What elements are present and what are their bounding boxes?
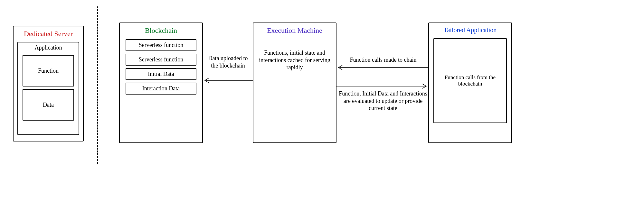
dedicated-server-title: Dedicated Server [14,26,83,40]
blockchain-item: Serverless function [126,54,196,66]
function-box: Function [23,55,74,86]
application-label: Application [18,42,79,52]
vertical-divider [97,6,98,164]
arrow-exec-to-blockchain [203,77,253,84]
tailored-app-body-box: Function calls from the blockchain [433,38,507,123]
blockchain-item: Initial Data [126,68,196,80]
dedicated-server-box: Dedicated Server Application Function Da… [13,26,84,141]
arrow-label-evaluated: Function, Initial Data and Interactions … [339,90,427,112]
execution-machine-body: Functions, initial state and interaction… [253,49,336,71]
blockchain-item: Serverless function [126,39,196,51]
blockchain-title: Blockchain [120,23,202,37]
execution-machine-title: Execution Machine [253,23,336,36]
arrow-exec-to-app [336,83,428,89]
blockchain-item: Interaction Data [126,83,196,95]
tailored-app-title: Tailored Application [429,23,511,36]
arrow-app-to-exec [336,64,428,71]
blockchain-box: Blockchain Serverless function Serverles… [119,23,203,143]
application-box: Application Function Data [17,42,79,135]
arrow-label-calls-to-chain: Function calls made to chain [340,56,427,64]
arrow-label-data-uploaded: Data uploaded to the blockchain [205,55,251,69]
tailored-app-box: Tailored Application Function calls from… [428,23,512,143]
data-box: Data [23,89,74,121]
execution-machine-box: Execution Machine Functions, initial sta… [253,23,336,143]
